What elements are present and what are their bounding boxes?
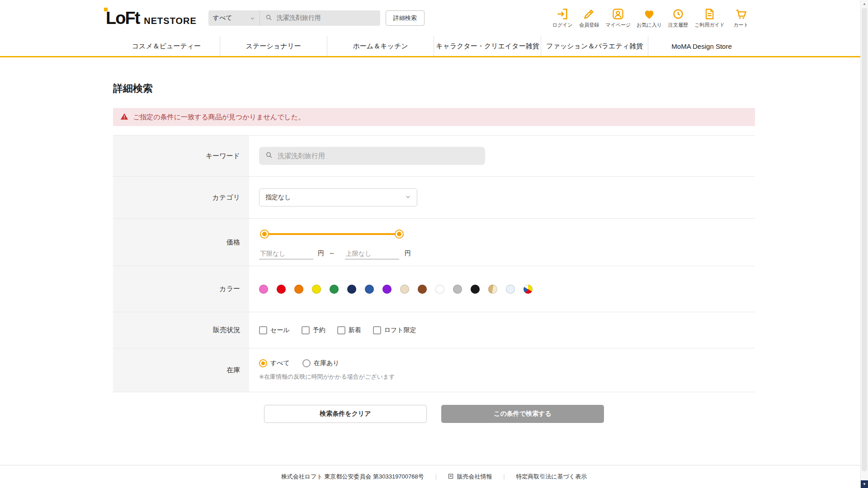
keyword-input[interactable] — [277, 152, 479, 160]
sales-status-row: 販売状況 セール 予約 新着 — [113, 312, 755, 348]
range-separator: ～ — [329, 249, 335, 258]
site-header: LoFt NETSTORE すべて 詳細検索 — [0, 0, 868, 57]
util-favorites[interactable]: お気に入り — [637, 8, 662, 28]
nav-item-character-goods[interactable]: キャラクター・クリエイター雑貨 — [434, 36, 541, 56]
footer-company-text: 株式会社ロフト 東京都公安委員会 第303319700768号 — [281, 473, 424, 481]
heart-icon — [643, 8, 656, 20]
logo[interactable]: LoFt NETSTORE — [106, 9, 197, 27]
price-min-input[interactable] — [259, 248, 313, 259]
sales-status-content: セール 予約 新着 ロフト限定 — [249, 312, 755, 348]
slider-track[interactable] — [264, 233, 399, 235]
color-label: カラー — [113, 266, 249, 312]
slider-handle-max[interactable] — [396, 230, 403, 238]
footer-link-tokushoho[interactable]: 特定商取引法に基づく表示 — [516, 473, 587, 481]
util-order-history[interactable]: 注文履歴 — [668, 8, 689, 28]
color-swatch-multicolor[interactable] — [524, 285, 533, 294]
nav-item-home-kitchen[interactable]: ホーム＆キッチン — [327, 36, 434, 56]
radio-stock-available[interactable]: 在庫あり — [302, 359, 340, 367]
slider-handle-min[interactable] — [261, 230, 268, 238]
main-content: 詳細検索 ご指定の条件に一致する商品が見つかりませんでした。 キーワード カテゴ… — [113, 82, 755, 423]
search-icon — [265, 151, 273, 160]
sales-status-label: 販売状況 — [113, 312, 249, 348]
color-swatch-red[interactable] — [277, 285, 286, 294]
checkbox-preorder[interactable]: 予約 — [302, 326, 326, 334]
radio-stock-all[interactable]: すべて — [259, 359, 290, 367]
scrollbar-up-arrow-icon[interactable]: ▲ — [861, 0, 868, 8]
stock-note: ※在庫情報の反映に時間がかかる場合がございます — [259, 373, 755, 381]
price-label: 価格 — [113, 219, 249, 266]
scrollbar-down-arrow-icon[interactable]: ▼ — [861, 480, 868, 488]
color-swatch-blue[interactable] — [365, 285, 374, 294]
color-swatch-gold[interactable] — [488, 285, 497, 294]
color-content — [249, 266, 755, 312]
radio-circle — [259, 359, 267, 367]
util-cart[interactable]: カート — [731, 8, 751, 28]
site-footer: 株式会社ロフト 東京都公安委員会 第303319700768号 ｜ 販売会社情報… — [0, 465, 868, 488]
price-inputs: 円 ～ 円 — [259, 248, 755, 259]
footer-separator: ｜ — [501, 473, 507, 481]
color-swatch-purple[interactable] — [382, 285, 392, 294]
search-icon — [265, 14, 272, 23]
util-guide[interactable]: ご利用ガイド — [694, 8, 725, 28]
header-utility-menu: ログイン 会員登録 マイページ お気に入り — [552, 8, 751, 28]
clear-conditions-button[interactable]: 検索条件をクリア — [264, 405, 427, 423]
util-register[interactable]: 会員登録 — [579, 8, 599, 28]
footer-separator: ｜ — [433, 473, 439, 481]
color-swatch-black[interactable] — [471, 285, 480, 294]
checkbox-box — [259, 326, 267, 334]
color-swatch-pink[interactable] — [259, 285, 268, 294]
pencil-icon — [583, 8, 595, 20]
nav-item-cosme[interactable]: コスメ＆ビューティー — [113, 36, 220, 56]
color-swatch-white[interactable] — [435, 285, 444, 294]
header-search-input[interactable] — [276, 14, 375, 22]
util-mypage[interactable]: マイページ — [605, 8, 631, 28]
main-nav: コスメ＆ビューティー ステーショナリー ホーム＆キッチン キャラクター・クリエイ… — [113, 36, 755, 56]
keyword-field — [259, 147, 485, 165]
document-icon — [703, 8, 716, 20]
color-swatch-gray[interactable] — [453, 285, 462, 294]
checkbox-loft-limited[interactable]: ロフト限定 — [373, 326, 416, 334]
color-swatch-clear[interactable] — [506, 285, 515, 294]
category-select[interactable]: 指定なし — [259, 188, 417, 206]
chevron-down-icon — [405, 194, 411, 201]
yen-unit-max: 円 — [405, 249, 411, 258]
nav-item-moma[interactable]: MoMA Design Store — [648, 36, 755, 56]
search-with-conditions-button[interactable]: この条件で検索する — [441, 405, 604, 423]
category-label: カテゴリ — [113, 177, 249, 218]
nav-item-stationery[interactable]: ステーショナリー — [220, 36, 327, 56]
page-title: 詳細検索 — [113, 82, 755, 95]
color-swatch-brown[interactable] — [418, 285, 427, 294]
color-swatch-green[interactable] — [330, 285, 339, 294]
price-max-input[interactable] — [345, 248, 399, 259]
stock-label: 在庫 — [113, 348, 249, 392]
color-swatch-navy[interactable] — [347, 285, 356, 294]
search-category-select[interactable]: すべて — [208, 10, 260, 26]
color-swatch-beige[interactable] — [400, 285, 409, 294]
form-actions: 検索条件をクリア この条件で検索する — [113, 405, 755, 423]
checkbox-box — [337, 326, 345, 334]
util-login[interactable]: ログイン — [552, 8, 573, 28]
footer-link-company-info[interactable]: 販売会社情報 — [448, 473, 492, 481]
clock-history-icon — [672, 8, 684, 20]
color-swatch-orange[interactable] — [294, 285, 303, 294]
header-search-combo: すべて — [208, 10, 380, 26]
checkbox-box — [373, 326, 381, 334]
header-top: LoFt NETSTORE すべて 詳細検索 — [0, 0, 868, 36]
checkbox-box — [302, 326, 310, 334]
nav-item-fashion-variety[interactable]: ファッション＆バラエティ雑貨 — [541, 36, 648, 56]
checkbox-sale[interactable]: セール — [259, 326, 290, 334]
checkbox-new[interactable]: 新着 — [337, 326, 361, 334]
detail-search-button[interactable]: 詳細検索 — [386, 10, 425, 26]
color-swatches — [259, 285, 755, 294]
color-row: カラー — [113, 266, 755, 312]
stock-row: 在庫 すべて 在庫あり ※在庫情報の反映に時間がかかる場合がございます — [113, 348, 755, 392]
no-results-alert: ご指定の条件に一致する商品が見つかりませんでした。 — [113, 108, 755, 126]
price-range-slider — [264, 228, 399, 240]
scrollbar[interactable]: ▲ ▼ — [860, 0, 868, 488]
scrollbar-thumb[interactable] — [862, 8, 867, 471]
warning-icon — [120, 113, 128, 122]
color-swatch-yellow[interactable] — [312, 285, 321, 294]
search-category-value: すべて — [213, 14, 232, 22]
price-content: 円 ～ 円 — [249, 219, 755, 266]
logo-sub-text: NETSTORE — [144, 16, 197, 26]
